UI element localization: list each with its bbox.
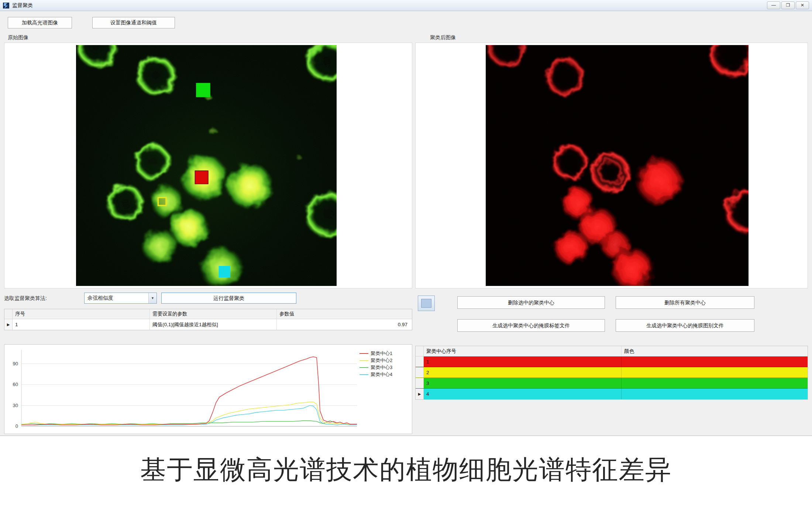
original-image-label: 原始图像 xyxy=(8,34,28,41)
parameter-index: 1 xyxy=(13,319,150,330)
row-marker-column xyxy=(416,346,424,356)
svg-text:30: 30 xyxy=(13,403,18,408)
col-header-parameter: 需要设置的参数 xyxy=(150,309,277,319)
load-hyperspectral-image-button[interactable]: 加载高光谱图像 xyxy=(8,17,72,28)
generate-mask-label-file-button[interactable]: 生成选中聚类中心的掩膜标签文件 xyxy=(457,319,605,332)
col-header-center-index: 聚类中心序号 xyxy=(424,346,622,356)
legend-item: 聚类中心3 xyxy=(359,364,408,371)
legend-item: 聚类中心4 xyxy=(359,371,408,378)
row-marker-icon: ▶ xyxy=(418,392,421,396)
marker-square-cyan xyxy=(219,266,230,277)
legend-color-chip xyxy=(359,367,368,368)
svg-text:60: 60 xyxy=(13,382,18,387)
legend-color-chip xyxy=(359,374,368,375)
cluster-index: 1 xyxy=(424,356,622,367)
legend-label: 聚类中心4 xyxy=(371,371,392,378)
marker-square-yellow xyxy=(158,198,166,205)
cluster-index: 2 xyxy=(424,367,622,378)
col-header-value: 参数值 xyxy=(277,309,412,319)
color-swatch-icon xyxy=(421,299,431,308)
caption: 基于显微高光谱技术的植物细胞光谱特征差异 xyxy=(0,453,812,487)
marker-square-red xyxy=(195,171,208,184)
algorithm-selected-value: 余弦相似度 xyxy=(85,295,148,301)
delete-all-centers-button[interactable]: 删除所有聚类中心 xyxy=(616,296,754,309)
row-marker-icon: ▶ xyxy=(7,322,10,327)
row-marker-cell xyxy=(416,367,424,378)
app-window: 监督聚类 — ❐ ✕ 加载高光谱图像 设置图像通道和阈值 原始图像 聚类后图像 xyxy=(0,0,812,436)
minimize-button[interactable]: — xyxy=(767,1,780,9)
clustered-image-panel xyxy=(415,42,808,289)
generate-mask-image-file-button[interactable]: 生成选中聚类中心的掩膜图别文件 xyxy=(616,319,754,332)
cluster-index: 3 xyxy=(424,378,622,388)
legend-color-chip xyxy=(359,353,368,354)
cluster-row-4[interactable]: ▶ 4 xyxy=(416,389,808,399)
cluster-row-3[interactable]: 3 xyxy=(416,378,808,389)
legend-label: 聚类中心1 xyxy=(371,350,392,357)
legend-label: 聚类中心2 xyxy=(371,357,392,364)
parameter-name: 阈值(0,1)[阈值越接近1越相似] xyxy=(150,319,277,330)
clustered-image xyxy=(486,45,749,286)
algorithm-dropdown[interactable]: 余弦相似度 ▼ xyxy=(84,293,157,304)
chart-legend: 聚类中心1 聚类中心2 聚类中心3 聚类中心4 xyxy=(359,350,408,378)
cluster-table-header: 聚类中心序号 颜色 xyxy=(416,346,808,356)
parameter-value[interactable]: 0.97 xyxy=(277,319,412,330)
cluster-color-cell xyxy=(622,389,808,399)
original-image[interactable] xyxy=(76,45,337,286)
window-controls: — ❐ ✕ xyxy=(767,1,809,9)
cluster-index: 4 xyxy=(424,389,622,399)
set-channel-threshold-button[interactable]: 设置图像通道和阈值 xyxy=(92,17,175,28)
parameter-row[interactable]: ▶ 1 阈值(0,1)[阈值越接近1越相似] 0.97 xyxy=(4,319,412,330)
row-marker-cell xyxy=(416,378,424,388)
run-clustering-button[interactable]: 运行监督聚类 xyxy=(161,293,296,304)
page: 监督聚类 — ❐ ✕ 加载高光谱图像 设置图像通道和阈值 原始图像 聚类后图像 xyxy=(0,0,812,512)
window-title: 监督聚类 xyxy=(12,2,33,9)
marker-square-green xyxy=(196,83,210,97)
spectra-chart: 0306090 xyxy=(4,345,412,434)
clustered-image-label: 聚类后图像 xyxy=(430,34,456,41)
legend-color-chip xyxy=(359,360,368,361)
parameter-table: 序号 需要设置的参数 参数值 ▶ 1 阈值(0,1)[阈值越接近1越相似] 0.… xyxy=(4,309,412,330)
original-image-panel xyxy=(4,42,412,289)
chevron-down-icon[interactable]: ▼ xyxy=(148,293,156,303)
delete-selected-centers-button[interactable]: 删除选中的聚类中心 xyxy=(457,296,605,309)
close-button[interactable]: ✕ xyxy=(796,1,809,9)
cluster-center-table: 聚类中心序号 颜色 1 2 3 ▶ 4 xyxy=(415,346,808,400)
app-icon xyxy=(3,2,10,9)
parameter-table-header: 序号 需要设置的参数 参数值 xyxy=(4,309,412,319)
svg-text:90: 90 xyxy=(13,361,18,366)
maximize-button[interactable]: ❐ xyxy=(781,1,795,9)
row-marker-cell: ▶ xyxy=(416,389,424,399)
cluster-row-2[interactable]: 2 xyxy=(416,367,808,378)
legend-label: 聚类中心3 xyxy=(371,364,392,371)
legend-item: 聚类中心1 xyxy=(359,350,408,357)
legend-item: 聚类中心2 xyxy=(359,357,408,364)
row-marker-column xyxy=(4,309,13,319)
color-swatch-button[interactable] xyxy=(418,296,435,311)
col-header-color: 颜色 xyxy=(622,346,808,356)
cluster-color-cell xyxy=(622,356,808,367)
col-header-index: 序号 xyxy=(13,309,150,319)
cluster-color-cell xyxy=(622,367,808,378)
titlebar: 监督聚类 — ❐ ✕ xyxy=(0,0,812,11)
spectra-chart-panel: 0306090 聚类中心1 聚类中心2 聚类中心3 聚类中心4 xyxy=(4,344,412,434)
row-marker-cell xyxy=(416,356,424,367)
cluster-row-1[interactable]: 1 xyxy=(416,356,808,367)
svg-text:0: 0 xyxy=(16,423,18,429)
cluster-color-cell xyxy=(622,378,808,388)
algorithm-label: 选取监督聚类算法: xyxy=(4,295,47,302)
